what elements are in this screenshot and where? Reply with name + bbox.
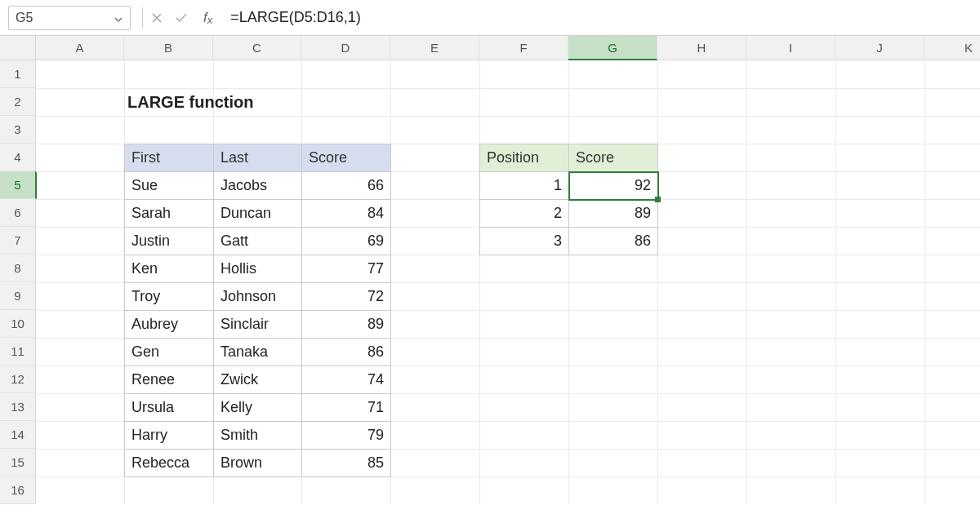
page-title: LARGE function (127, 93, 253, 112)
cell[interactable]: Rebecca (125, 450, 214, 477)
cell[interactable]: 79 (302, 422, 391, 450)
cell[interactable]: 71 (302, 394, 391, 422)
table-row[interactable]: HarrySmith79 (125, 422, 391, 450)
column-header-B[interactable]: B (124, 36, 213, 60)
cell[interactable]: 66 (302, 172, 391, 200)
cell[interactable]: 3 (480, 228, 569, 255)
row-header-2[interactable]: 2 (0, 88, 36, 116)
table-row[interactable]: 289 (480, 200, 658, 228)
name-box-value: G5 (16, 11, 33, 25)
row-header-8[interactable]: 8 (0, 255, 36, 282)
table-row[interactable]: 192 (480, 172, 658, 200)
table-row[interactable]: RebeccaBrown85 (125, 450, 391, 477)
row-header-4[interactable]: 4 (0, 144, 36, 171)
cell[interactable]: Johnson (214, 283, 302, 311)
cell[interactable]: 69 (302, 228, 391, 255)
formula-bar: G5 fx =LARGE(D5:D16,1) (0, 0, 980, 36)
cell[interactable]: Zwick (214, 366, 302, 394)
cell[interactable]: 84 (302, 200, 391, 228)
table-row[interactable]: UrsulaKelly71 (125, 394, 391, 422)
table-header[interactable]: Score (302, 144, 391, 172)
column-header-E[interactable]: E (390, 36, 479, 60)
cell[interactable]: Tanaka (214, 339, 302, 366)
cell[interactable]: Aubrey (125, 311, 214, 339)
table-row[interactable]: SarahDuncan84 (125, 200, 391, 228)
cell[interactable]: 89 (302, 311, 391, 339)
cell[interactable]: Smith (214, 422, 302, 450)
cell[interactable]: Ken (125, 255, 214, 283)
column-header-C[interactable]: C (213, 36, 301, 60)
cell[interactable]: 72 (302, 283, 391, 311)
row-header-16[interactable]: 16 (0, 476, 36, 504)
row-header-14[interactable]: 14 (0, 421, 36, 449)
fx-icon[interactable]: fx (203, 10, 212, 26)
chevron-down-icon[interactable] (114, 13, 123, 23)
grid[interactable]: LARGE function FirstLastScore SueJacobs6… (36, 60, 980, 504)
cell[interactable]: Duncan (214, 200, 302, 228)
row-header-5[interactable]: 5 (0, 171, 37, 199)
cell[interactable]: Troy (125, 283, 214, 311)
cell[interactable]: Hollis (214, 255, 302, 283)
column-header-H[interactable]: H (657, 36, 746, 60)
row-header-1[interactable]: 1 (0, 60, 36, 88)
column-header-A[interactable]: A (36, 36, 124, 60)
confirm-icon[interactable] (174, 11, 189, 25)
column-header-G[interactable]: G (568, 36, 657, 60)
table-header[interactable]: Position (480, 144, 569, 172)
column-header-J[interactable]: J (835, 36, 924, 60)
row-header-13[interactable]: 13 (0, 393, 36, 421)
cell[interactable]: Sinclair (214, 311, 302, 339)
formula-input[interactable]: =LARGE(D5:D16,1) (230, 9, 980, 26)
column-headers: ABCDEFGHIJK (36, 36, 980, 60)
cell[interactable]: 74 (302, 366, 391, 394)
cell[interactable]: Renee (125, 366, 214, 394)
cancel-icon[interactable] (149, 11, 164, 25)
column-header-I[interactable]: I (746, 36, 835, 60)
row-header-3[interactable]: 3 (0, 116, 36, 144)
row-header-7[interactable]: 7 (0, 227, 36, 255)
cell[interactable]: Gatt (214, 228, 302, 255)
cell[interactable]: Sue (125, 172, 214, 200)
table-row[interactable]: ReneeZwick74 (125, 366, 391, 394)
cell[interactable]: Ursula (125, 394, 214, 422)
table-row[interactable]: JustinGatt69 (125, 228, 391, 255)
table-header[interactable]: Last (214, 144, 302, 172)
cell[interactable]: Brown (214, 450, 302, 477)
cell[interactable]: 86 (302, 339, 391, 366)
cell[interactable]: Harry (125, 422, 214, 450)
cell[interactable]: Kelly (214, 394, 302, 422)
cell[interactable]: 77 (302, 255, 391, 283)
name-box[interactable]: G5 (8, 6, 131, 30)
cell[interactable]: 86 (569, 228, 658, 255)
row-header-6[interactable]: 6 (0, 199, 36, 227)
cell[interactable]: Sarah (125, 200, 214, 228)
cell[interactable]: 89 (569, 200, 658, 228)
column-header-F[interactable]: F (479, 36, 568, 60)
separator (142, 7, 143, 29)
row-headers: 12345678910111213141516 (0, 60, 36, 504)
cell[interactable]: 2 (480, 200, 569, 228)
table-row[interactable]: 386 (480, 228, 658, 255)
select-all-corner[interactable] (0, 36, 36, 60)
cell[interactable]: 92 (569, 172, 658, 200)
table-row[interactable]: AubreySinclair89 (125, 311, 391, 339)
table-header[interactable]: First (125, 144, 214, 172)
cell[interactable]: Gen (125, 339, 214, 366)
formula-bar-buttons: fx (149, 10, 212, 26)
cell[interactable]: Justin (125, 228, 214, 255)
row-header-10[interactable]: 10 (0, 310, 36, 338)
row-header-12[interactable]: 12 (0, 366, 36, 393)
table-row[interactable]: GenTanaka86 (125, 339, 391, 366)
cell[interactable]: 1 (480, 172, 569, 200)
row-header-9[interactable]: 9 (0, 282, 36, 310)
table-row[interactable]: KenHollis77 (125, 255, 391, 283)
column-header-D[interactable]: D (301, 36, 390, 60)
table-row[interactable]: TroyJohnson72 (125, 283, 391, 311)
row-header-11[interactable]: 11 (0, 338, 36, 366)
row-header-15[interactable]: 15 (0, 449, 36, 476)
cell[interactable]: Jacobs (214, 172, 302, 200)
table-row[interactable]: SueJacobs66 (125, 172, 391, 200)
column-header-K[interactable]: K (924, 36, 980, 60)
table-header[interactable]: Score (569, 144, 658, 172)
cell[interactable]: 85 (302, 450, 391, 477)
